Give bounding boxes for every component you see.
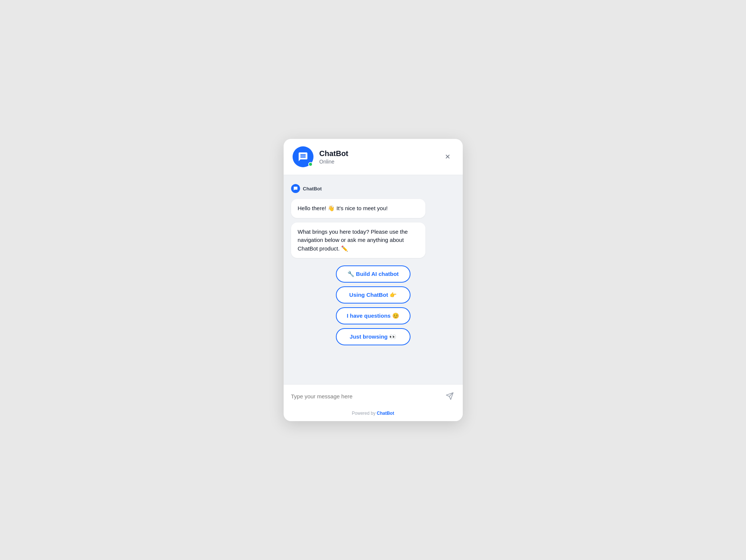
powered-by: Powered by ChatBot	[284, 408, 463, 421]
bot-sender-row: ChatBot	[291, 184, 455, 193]
quick-reply-build-ai[interactable]: 🔧 Build AI chatbot	[336, 265, 411, 283]
chat-body: ChatBot Hello there! 👋 It's nice to meet…	[284, 175, 463, 384]
powered-by-brand: ChatBot	[377, 411, 394, 416]
chat-widget: ChatBot Online ✕ ChatBot Hello there! 👋 …	[284, 139, 463, 421]
send-icon	[446, 392, 454, 400]
message-bubble-2: What brings you here today? Please use t…	[291, 223, 425, 258]
quick-reply-using-chatbot[interactable]: Using ChatBot 👉	[336, 286, 411, 304]
quick-reply-browsing[interactable]: Just browsing 👀	[336, 328, 411, 345]
input-row	[284, 385, 463, 408]
bot-name-label: ChatBot	[303, 186, 322, 192]
chat-footer: Powered by ChatBot	[284, 384, 463, 421]
bot-small-icon	[293, 186, 298, 191]
bot-status: Online	[319, 159, 436, 165]
online-indicator	[308, 162, 313, 167]
quick-reply-questions[interactable]: I have questions 😊	[336, 307, 411, 324]
send-button[interactable]	[444, 391, 455, 402]
bot-avatar-small	[291, 184, 300, 193]
chatbot-icon	[298, 152, 308, 162]
message-input[interactable]	[291, 393, 440, 399]
header-info: ChatBot Online	[319, 149, 436, 165]
close-button[interactable]: ✕	[442, 151, 454, 163]
bot-name: ChatBot	[319, 149, 436, 158]
avatar	[293, 146, 313, 167]
quick-replies: 🔧 Build AI chatbot Using ChatBot 👉 I hav…	[291, 265, 455, 345]
chat-header: ChatBot Online ✕	[284, 139, 463, 175]
message-bubble-1: Hello there! 👋 It's nice to meet you!	[291, 199, 425, 218]
powered-by-prefix: Powered by	[352, 411, 377, 416]
